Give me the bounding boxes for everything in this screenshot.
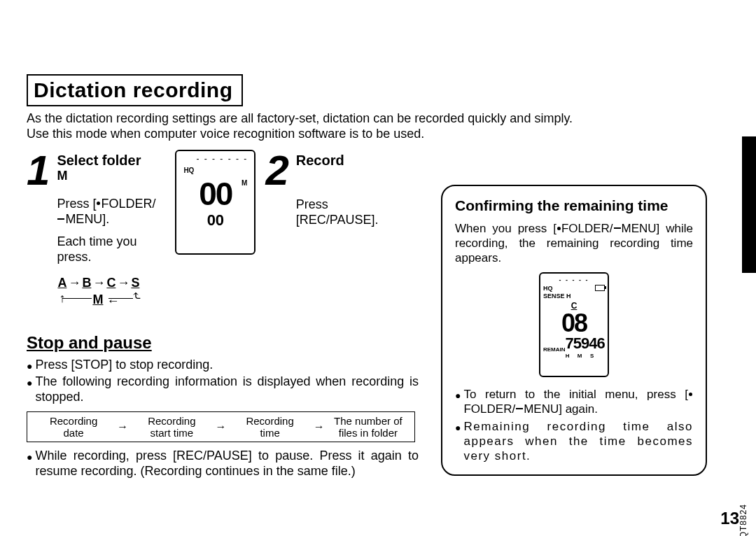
panel-bullet-2: ● Remaining recording time also appears … [455,419,693,463]
arrow-icon: → [211,421,231,433]
step1-m: M [57,169,165,183]
page-title: Dictation recording [27,74,243,106]
info-cell-2: Recordingstart time [132,415,211,439]
step2-title: Record [296,153,401,169]
panel-bullet-1: ● To return to the initial menu, press [… [455,387,693,416]
lcd2-sense-label: SENSE H [543,292,605,299]
dot-icon [557,227,561,230]
dash-icon [57,218,64,220]
arrow-icon: → [113,421,132,433]
confirming-remaining-time-panel: Confirming the remaining time When you p… [441,185,707,476]
step1-column: Select folder M Press [FOLDER/ MENU]. Ea… [57,150,165,308]
step2-body: Press [REC/PAUSE]. [296,197,398,227]
intro-line-1: As the dictation recording settings are … [27,111,573,125]
bullet-icon: ● [27,449,32,479]
lcd2-hq-label: HQ [543,285,553,292]
lcd2-remain-label: REMAIN [543,346,566,353]
lcd-display-1: - - - - - - - HQ M 00 00 [175,150,255,255]
lcd-display-2: - - - - - HQ SENSE H C 08 REMAIN 75946 H… [539,272,609,377]
step1-body3: Each time you press. [57,234,158,265]
stop-bullets: ● Press [STOP] to stop recording. ● The … [27,357,419,404]
info-cell-1: Recordingdate [34,415,113,439]
stop-bullets-2: ● While recording, press [REC/PAUSE] to … [27,448,419,479]
step1-number: 1 [27,150,50,192]
bullet-icon: ● [27,375,32,404]
step1-body: Press [FOLDER/ MENU]. Each time you pres… [57,196,158,265]
page-number: 13 [720,509,739,528]
dash-icon [516,408,523,409]
dot-icon [97,202,100,205]
bullet-icon: ● [455,421,461,463]
stop-bullet-3: While recording, press [REC/PAUSE] to pa… [35,448,419,479]
folder-cycle-diagram: A→B→C→S ↑ M ← ⤶ [57,274,165,308]
lcd1-hq-label: HQ [183,167,194,174]
dot-icon [689,393,692,396]
lcd2-dashes: - - - - - [543,276,605,283]
info-cell-3: Recordingtime [231,415,309,439]
bullet-icon: ● [27,358,32,374]
manual-page: Basic use RQT8824 13 Dictation recording… [0,0,756,536]
recording-info-sequence: Recordingdate → Recordingstart time → Re… [27,411,415,442]
section-label-basic-use: Basic use [739,140,756,244]
document-id: RQT8824 [738,504,748,536]
stop-bullet-2: The following recording information is d… [35,374,419,404]
battery-icon [595,285,605,291]
lcd2-remain-time: 75946 [566,334,606,353]
dash-icon [614,227,621,229]
step2-column: Record Press [REC/PAUSE]. [296,150,401,227]
lcd1-m-label: M [241,179,247,187]
stop-bullet-1: Press [STOP] to stop recording. [35,357,419,374]
lcd1-dashes: - - - - - - - [196,154,248,164]
intro-line-2: Use this mode when computer voice recogn… [27,127,424,141]
step1-title: Select folder [57,153,165,169]
arrow-icon: → [309,421,329,433]
lcd2-hms-labels: H M S [543,353,605,359]
step2-number: 2 [265,150,288,192]
lcd2-file-number: 08 [543,311,605,336]
info-cell-4: The number offiles in folder [329,415,407,439]
panel-paragraph: When you press [FOLDER/MENU] while recor… [455,221,693,265]
lcd1-small-digits: 00 [176,211,254,230]
panel-heading: Confirming the remaining time [455,197,693,214]
bullet-icon: ● [455,388,461,416]
intro-text: As the dictation recording settings are … [27,111,664,141]
